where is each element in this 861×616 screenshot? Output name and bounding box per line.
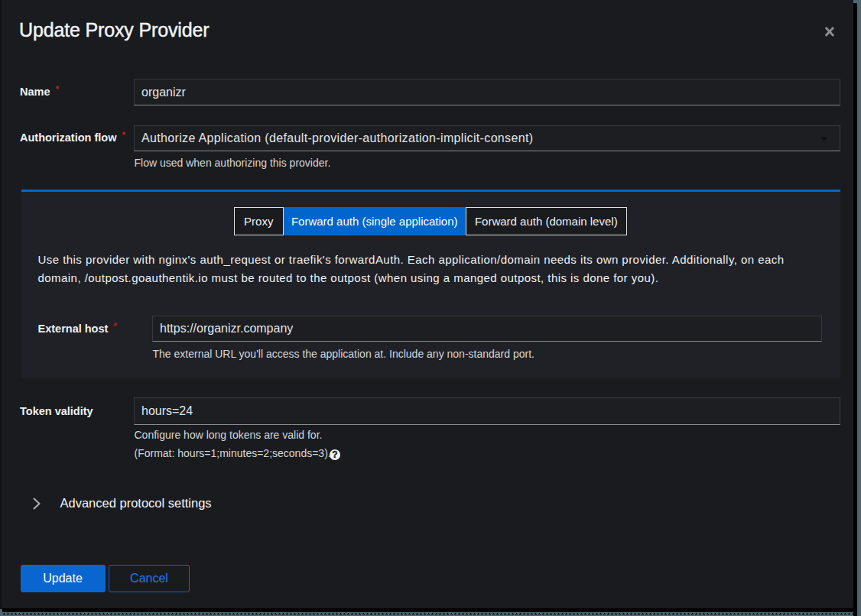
svg-text:?: ? — [332, 449, 337, 460]
